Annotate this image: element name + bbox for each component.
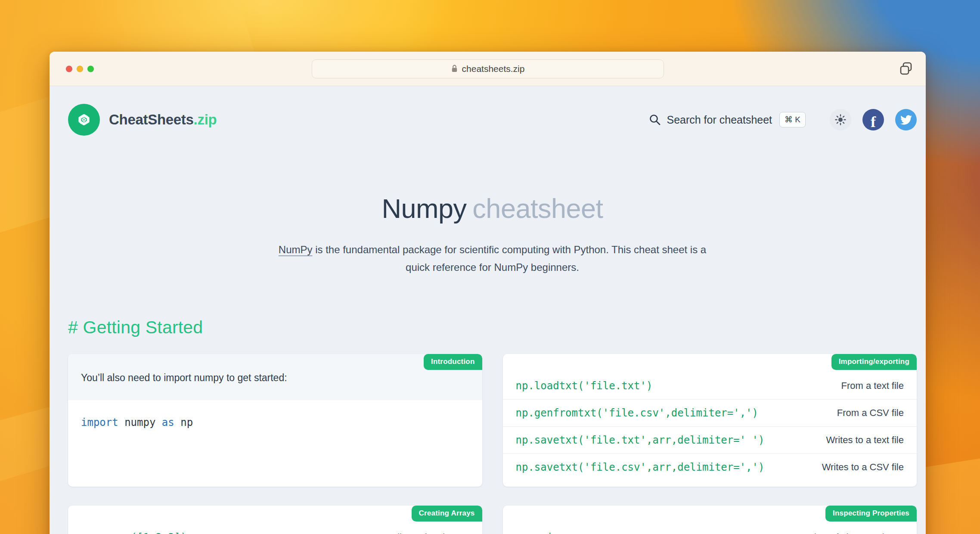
- hero-description-line1: NumPy is the fundamental package for sci…: [68, 241, 917, 258]
- header-actions: Search for cheatsheet ⌘ K: [649, 109, 917, 130]
- sun-icon: [834, 114, 847, 126]
- description-cell: From a text file: [841, 380, 904, 391]
- hero-description-line2: quick reference for NumPy beginners.: [68, 258, 917, 276]
- brand-name-primary: CheatSheets: [109, 112, 194, 127]
- description-cell: From a CSV file: [837, 407, 904, 419]
- window-controls: [66, 65, 94, 72]
- table-row: np.savetxt('file.txt',arr,delimiter=' ')…: [503, 426, 917, 453]
- page-title-primary: Numpy: [381, 193, 466, 224]
- code-cell: np.array([1,2,3]): [81, 531, 187, 534]
- cards-grid: Introduction You’ll also need to import …: [68, 354, 917, 534]
- description-cell: One dimensional array: [374, 532, 469, 534]
- facebook-button[interactable]: f: [862, 109, 884, 130]
- search-shortcut-badge: ⌘ K: [779, 112, 806, 127]
- page-title: Numpycheatsheet: [68, 194, 917, 224]
- url-text: cheatsheets.zip: [462, 64, 525, 74]
- search-icon: [649, 114, 661, 126]
- hero-description: NumPy is the fundamental package for sci…: [68, 241, 917, 276]
- numpy-link[interactable]: NumPy: [279, 244, 313, 255]
- browser-window: cheatsheets.zip: [50, 52, 926, 534]
- theme-toggle-button[interactable]: [830, 109, 851, 130]
- hero: Numpycheatsheet NumPy is the fundamental…: [68, 194, 917, 276]
- description-cell: Writes to a text file: [826, 435, 904, 446]
- code-cell: np.savetxt('file.csv',arr,delimiter=','): [516, 461, 765, 473]
- card-badge-creating-arrays: Creating Arrays: [412, 506, 482, 522]
- cheat-rows: np.loadtxt('file.txt') From a text file …: [503, 354, 917, 481]
- brand-logo: [68, 104, 100, 136]
- card-introduction: Introduction You’ll also need to import …: [68, 354, 482, 487]
- card-badge-introduction: Introduction: [424, 354, 482, 370]
- section-heading-getting-started: # Getting Started: [68, 317, 917, 338]
- brand-name: CheatSheets.zip: [109, 112, 217, 128]
- twitter-icon: [900, 114, 912, 126]
- code-token-keyword: as: [162, 416, 174, 428]
- table-row: arr.size Returns number of elements in a…: [503, 524, 917, 534]
- desktop: { "browser": { "url": "cheatsheets.zip" …: [0, 0, 980, 534]
- description-cell: Returns number of elements in arr: [760, 532, 904, 534]
- search-trigger[interactable]: Search for cheatsheet ⌘ K: [649, 112, 806, 127]
- search-label: Search for cheatsheet: [667, 114, 772, 126]
- site-header: CheatSheets.zip Search for cheatsheet ⌘ …: [68, 104, 917, 136]
- code-cell: np.savetxt('file.txt',arr,delimiter=' '): [516, 434, 765, 446]
- minimize-button[interactable]: [77, 65, 83, 72]
- card-badge-inspecting-properties: Inspecting Properties: [825, 506, 917, 522]
- description-cell: Writes to a CSV file: [822, 462, 904, 473]
- twitter-button[interactable]: [895, 109, 917, 130]
- page-title-secondary: cheatsheet: [472, 193, 603, 224]
- code-token-plain: numpy: [118, 416, 162, 428]
- table-row: np.loadtxt('file.txt') From a text file: [503, 372, 917, 399]
- browser-chrome: cheatsheets.zip: [50, 52, 926, 86]
- url-bar[interactable]: cheatsheets.zip: [312, 59, 664, 78]
- page-content: CheatSheets.zip Search for cheatsheet ⌘ …: [50, 104, 926, 534]
- lock-icon: [451, 64, 458, 73]
- table-row: np.savetxt('file.csv',arr,delimiter=',')…: [503, 453, 917, 481]
- code-cell: arr.size: [516, 531, 566, 534]
- zoom-button[interactable]: [87, 65, 94, 72]
- code-block: import numpy as np: [68, 400, 482, 445]
- tab-overview-button[interactable]: [897, 60, 915, 78]
- card-importing-exporting: Importing/exporting np.loadtxt('file.txt…: [503, 354, 917, 487]
- card-creating-arrays: Creating Arrays np.array([1,2,3]) One di…: [68, 506, 482, 534]
- table-row: np.array([1,2,3]) One dimensional array: [68, 524, 482, 534]
- close-button[interactable]: [66, 65, 72, 72]
- code-token-keyword: import: [81, 416, 118, 428]
- table-row: np.genfromtxt('file.csv',delimiter=',') …: [503, 399, 917, 426]
- code-token-plain: np: [174, 416, 193, 428]
- facebook-icon: f: [871, 113, 876, 130]
- code-cell: np.loadtxt('file.txt'): [516, 380, 653, 392]
- introduction-note: You’ll also need to import numpy to get …: [68, 354, 482, 400]
- code-cell: np.genfromtxt('file.csv',delimiter=','): [516, 407, 759, 419]
- card-badge-importing-exporting: Importing/exporting: [831, 354, 917, 370]
- brand-name-suffix: .zip: [194, 112, 217, 127]
- hero-description-text: is the fundamental package for scientifi…: [312, 244, 706, 255]
- cheatsheets-logo-icon: [74, 110, 93, 129]
- copy-tabs-icon: [898, 61, 914, 77]
- brand-link[interactable]: CheatSheets.zip: [68, 104, 217, 136]
- card-inspecting-properties: Inspecting Properties arr.size Returns n…: [503, 506, 917, 534]
